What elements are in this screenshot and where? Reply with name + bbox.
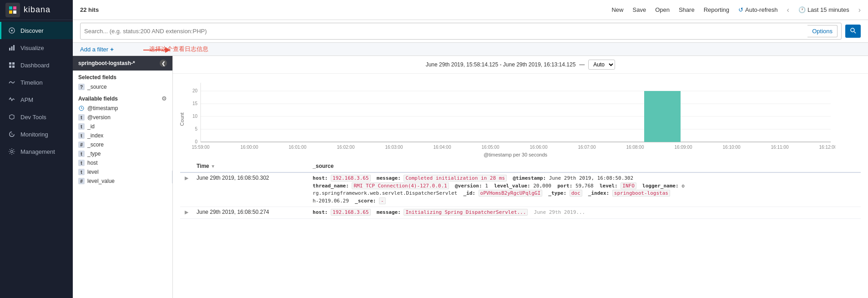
text-field-icon-5: t <box>78 160 85 166</box>
new-button[interactable]: New <box>611 6 623 13</box>
topbar-left: 22 hits <box>80 6 99 13</box>
svg-rect-1 <box>13 6 16 10</box>
svg-rect-6 <box>9 48 10 51</box>
field-id[interactable]: t _id <box>73 122 172 131</box>
field-index[interactable]: t _index <box>73 131 172 140</box>
index-pattern-name: springboot-logstash-* <box>78 60 135 66</box>
sidebar-item-dashboard-label: Dashboard <box>20 62 50 69</box>
time-range-picker[interactable]: 🕐 Last 15 minutes <box>798 6 849 13</box>
expand-col <box>180 160 193 172</box>
field-timestamp-name: @timestamp <box>87 105 118 111</box>
index-pattern-chevron[interactable]: ❮ <box>160 60 167 67</box>
svg-text:@timestamp per 30 seconds: @timestamp per 30 seconds <box>484 152 548 157</box>
index-pattern[interactable]: springboot-logstash-* ❮ <box>73 56 172 71</box>
table-header-row: Time ▼ _source <box>180 160 861 172</box>
field-id-name: _id <box>87 123 95 130</box>
svg-rect-7 <box>11 46 13 51</box>
clock-field-icon <box>78 105 85 111</box>
selected-fields-title: Selected fields <box>73 71 172 82</box>
search-button[interactable] <box>845 25 861 38</box>
logo: kibana <box>0 0 73 20</box>
field-source-name: _source <box>87 84 107 90</box>
svg-text:5: 5 <box>195 126 197 131</box>
sidebar-item-apm[interactable]: APM <box>0 91 73 108</box>
svg-text:15: 15 <box>192 101 198 106</box>
open-button[interactable]: Open <box>655 6 670 13</box>
sidebar-item-monitoring[interactable]: Monitoring <box>0 126 73 143</box>
gear-icon[interactable]: ⚙ <box>161 95 167 102</box>
histogram-bar[interactable] <box>644 91 681 142</box>
topbar: 22 hits New Save Open Share Reporting ↺ … <box>73 0 868 20</box>
sidebar-item-devtools[interactable]: Dev Tools <box>0 108 73 126</box>
save-button[interactable]: Save <box>632 6 646 13</box>
sidebar-item-discover[interactable]: Discover <box>0 22 73 39</box>
source-cell-1: host: 192.168.3.65 message: Completed in… <box>309 172 861 207</box>
devtools-icon <box>8 113 16 121</box>
refresh-icon: ↺ <box>738 6 743 13</box>
text-field-icon-2: t <box>78 123 85 130</box>
apm-icon <box>8 96 16 104</box>
field-timestamp[interactable]: @timestamp <box>73 104 172 113</box>
sidebar-item-management[interactable]: Management <box>0 143 73 160</box>
field-version[interactable]: t @version <box>73 113 172 122</box>
svg-text:10: 10 <box>192 114 198 119</box>
svg-text:15:59:00: 15:59:00 <box>192 145 210 150</box>
field-level-value[interactable]: # level_value <box>73 177 172 186</box>
sidebar-item-visualize[interactable]: Visualize <box>0 39 73 56</box>
svg-text:0: 0 <box>195 139 197 144</box>
field-level[interactable]: t level <box>73 167 172 177</box>
time-range-display: June 29th 2019, 15:58:14.125 - June 29th… <box>426 61 576 68</box>
chart-container: Count 0 5 10 15 2 <box>173 74 868 160</box>
svg-rect-2 <box>9 10 12 14</box>
timelion-icon <box>8 78 16 86</box>
next-time-button[interactable]: › <box>858 6 861 14</box>
field-level-name: level <box>87 169 99 175</box>
sidebar-item-apm-label: APM <box>20 96 33 103</box>
table-row: ▶ June 29th 2019, 16:08:50.274 host: 192… <box>180 207 861 219</box>
source-col-header: _source <box>309 160 861 172</box>
compass-icon <box>8 26 16 35</box>
hits-count: 22 hits <box>80 6 99 13</box>
text-field-icon-1: t <box>78 114 85 121</box>
dashboard-icon <box>8 61 16 69</box>
prev-time-button[interactable]: ‹ <box>787 6 789 14</box>
field-index-name: _index <box>87 132 103 139</box>
expand-row-2-button[interactable]: ▶ <box>184 209 189 215</box>
chart-and-table-panel: June 29th 2019, 15:58:14.125 - June 29th… <box>173 56 868 298</box>
field-type-name: _type <box>87 151 101 157</box>
sidebar-item-timelion-label: Timelion <box>20 79 43 86</box>
sidebar-item-dashboard[interactable]: Dashboard <box>0 56 73 74</box>
auto-refresh[interactable]: ↺ Auto-refresh <box>738 6 778 13</box>
interval-select[interactable]: Auto <box>588 60 615 70</box>
field-type-item[interactable]: t _type <box>73 149 172 158</box>
search-input[interactable] <box>84 28 807 35</box>
sidebar-item-timelion[interactable]: Timelion <box>0 74 73 91</box>
svg-rect-11 <box>9 66 11 68</box>
add-filter-button[interactable]: Add a filter + <box>80 46 114 53</box>
svg-rect-9 <box>9 62 11 65</box>
sort-icon: ▼ <box>211 164 215 169</box>
reporting-button[interactable]: Reporting <box>704 6 729 13</box>
left-panel: springboot-logstash-* ❮ Selected fields … <box>73 56 173 298</box>
main-area: 22 hits New Save Open Share Reporting ↺ … <box>73 0 868 298</box>
share-button[interactable]: Share <box>679 6 695 13</box>
field-source[interactable]: ? _source <box>73 82 172 91</box>
sidebar-item-monitoring-label: Monitoring <box>20 131 48 138</box>
options-button[interactable]: Options <box>807 25 838 37</box>
field-host[interactable]: t host <box>73 158 172 167</box>
expand-row-1-button[interactable]: ▶ <box>184 175 189 181</box>
time-col-header[interactable]: Time ▼ <box>193 160 309 172</box>
time-cell-2: June 29th 2019, 16:08:50.274 <box>193 207 309 219</box>
text-field-icon-6: t <box>78 169 85 175</box>
sidebar-item-devtools-label: Dev Tools <box>20 114 46 121</box>
svg-text:16:08:00: 16:08:00 <box>626 145 644 150</box>
svg-text:Count: Count <box>180 112 185 126</box>
filter-row: Add a filter + 选择这个查看日志信息 <box>73 43 868 56</box>
logo-icon <box>5 3 20 17</box>
management-icon <box>8 147 16 156</box>
content-area: springboot-logstash-* ❮ Selected fields … <box>73 56 868 298</box>
monitoring-icon <box>8 130 16 138</box>
text-field-icon-3: t <box>78 132 85 139</box>
field-score[interactable]: # _score <box>73 140 172 149</box>
field-version-name: @version <box>87 114 111 121</box>
